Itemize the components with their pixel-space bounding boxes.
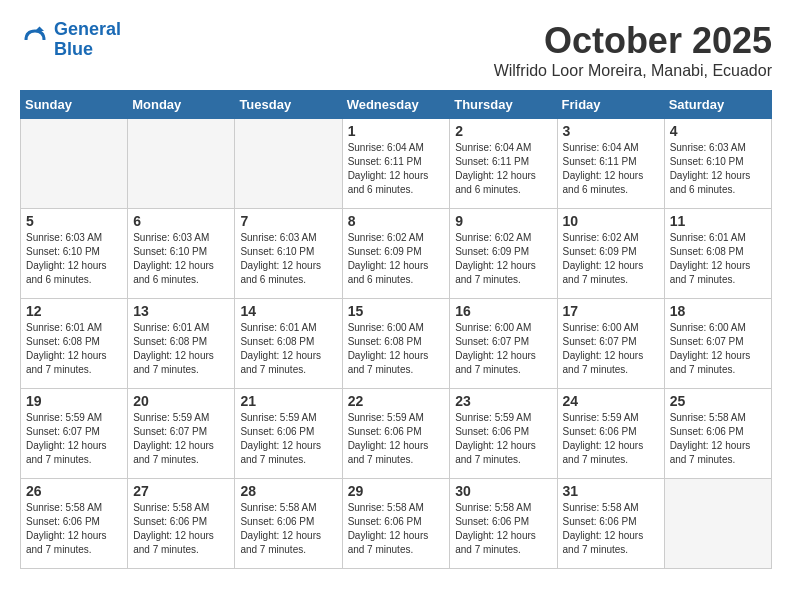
- weekday-header: Thursday: [450, 91, 557, 119]
- calendar-cell: 21Sunrise: 5:59 AM Sunset: 6:06 PM Dayli…: [235, 389, 342, 479]
- day-number: 30: [455, 483, 551, 499]
- calendar-table: SundayMondayTuesdayWednesdayThursdayFrid…: [20, 90, 772, 569]
- day-number: 19: [26, 393, 122, 409]
- day-number: 15: [348, 303, 445, 319]
- day-info: Sunrise: 6:00 AM Sunset: 6:07 PM Dayligh…: [670, 321, 766, 377]
- day-number: 17: [563, 303, 659, 319]
- calendar-cell: 11Sunrise: 6:01 AM Sunset: 6:08 PM Dayli…: [664, 209, 771, 299]
- calendar-week-row: 19Sunrise: 5:59 AM Sunset: 6:07 PM Dayli…: [21, 389, 772, 479]
- calendar-cell: 22Sunrise: 5:59 AM Sunset: 6:06 PM Dayli…: [342, 389, 450, 479]
- day-info: Sunrise: 5:59 AM Sunset: 6:06 PM Dayligh…: [240, 411, 336, 467]
- day-info: Sunrise: 5:58 AM Sunset: 6:06 PM Dayligh…: [563, 501, 659, 557]
- day-info: Sunrise: 6:03 AM Sunset: 6:10 PM Dayligh…: [240, 231, 336, 287]
- logo: General Blue: [20, 20, 121, 60]
- calendar-cell: 6Sunrise: 6:03 AM Sunset: 6:10 PM Daylig…: [128, 209, 235, 299]
- title-block: October 2025 Wilfrido Loor Moreira, Mana…: [494, 20, 772, 80]
- day-number: 21: [240, 393, 336, 409]
- calendar-cell: 13Sunrise: 6:01 AM Sunset: 6:08 PM Dayli…: [128, 299, 235, 389]
- logo-icon: [20, 25, 50, 55]
- day-info: Sunrise: 6:04 AM Sunset: 6:11 PM Dayligh…: [563, 141, 659, 197]
- calendar-cell: 30Sunrise: 5:58 AM Sunset: 6:06 PM Dayli…: [450, 479, 557, 569]
- calendar-cell: 16Sunrise: 6:00 AM Sunset: 6:07 PM Dayli…: [450, 299, 557, 389]
- day-info: Sunrise: 6:01 AM Sunset: 6:08 PM Dayligh…: [670, 231, 766, 287]
- day-number: 26: [26, 483, 122, 499]
- weekday-header: Friday: [557, 91, 664, 119]
- day-info: Sunrise: 6:02 AM Sunset: 6:09 PM Dayligh…: [563, 231, 659, 287]
- day-info: Sunrise: 6:04 AM Sunset: 6:11 PM Dayligh…: [455, 141, 551, 197]
- calendar-cell: 8Sunrise: 6:02 AM Sunset: 6:09 PM Daylig…: [342, 209, 450, 299]
- calendar-cell: 1Sunrise: 6:04 AM Sunset: 6:11 PM Daylig…: [342, 119, 450, 209]
- day-number: 24: [563, 393, 659, 409]
- day-number: 11: [670, 213, 766, 229]
- calendar-week-row: 12Sunrise: 6:01 AM Sunset: 6:08 PM Dayli…: [21, 299, 772, 389]
- day-number: 18: [670, 303, 766, 319]
- day-info: Sunrise: 6:03 AM Sunset: 6:10 PM Dayligh…: [670, 141, 766, 197]
- day-info: Sunrise: 6:01 AM Sunset: 6:08 PM Dayligh…: [133, 321, 229, 377]
- calendar-cell: [664, 479, 771, 569]
- month-title: October 2025: [494, 20, 772, 62]
- day-info: Sunrise: 6:03 AM Sunset: 6:10 PM Dayligh…: [26, 231, 122, 287]
- calendar-week-row: 5Sunrise: 6:03 AM Sunset: 6:10 PM Daylig…: [21, 209, 772, 299]
- day-number: 9: [455, 213, 551, 229]
- day-info: Sunrise: 5:59 AM Sunset: 6:06 PM Dayligh…: [455, 411, 551, 467]
- day-number: 14: [240, 303, 336, 319]
- calendar-cell: [235, 119, 342, 209]
- day-info: Sunrise: 5:58 AM Sunset: 6:06 PM Dayligh…: [240, 501, 336, 557]
- calendar-cell: [128, 119, 235, 209]
- calendar-cell: 26Sunrise: 5:58 AM Sunset: 6:06 PM Dayli…: [21, 479, 128, 569]
- subtitle: Wilfrido Loor Moreira, Manabi, Ecuador: [494, 62, 772, 80]
- day-number: 4: [670, 123, 766, 139]
- day-info: Sunrise: 5:58 AM Sunset: 6:06 PM Dayligh…: [455, 501, 551, 557]
- calendar-cell: 4Sunrise: 6:03 AM Sunset: 6:10 PM Daylig…: [664, 119, 771, 209]
- day-info: Sunrise: 6:02 AM Sunset: 6:09 PM Dayligh…: [348, 231, 445, 287]
- day-number: 1: [348, 123, 445, 139]
- day-info: Sunrise: 5:58 AM Sunset: 6:06 PM Dayligh…: [26, 501, 122, 557]
- calendar-cell: 31Sunrise: 5:58 AM Sunset: 6:06 PM Dayli…: [557, 479, 664, 569]
- day-info: Sunrise: 5:58 AM Sunset: 6:06 PM Dayligh…: [133, 501, 229, 557]
- day-number: 31: [563, 483, 659, 499]
- day-number: 27: [133, 483, 229, 499]
- logo-line2: Blue: [54, 39, 93, 59]
- day-info: Sunrise: 5:59 AM Sunset: 6:06 PM Dayligh…: [563, 411, 659, 467]
- calendar-cell: 19Sunrise: 5:59 AM Sunset: 6:07 PM Dayli…: [21, 389, 128, 479]
- day-info: Sunrise: 6:02 AM Sunset: 6:09 PM Dayligh…: [455, 231, 551, 287]
- calendar-cell: 5Sunrise: 6:03 AM Sunset: 6:10 PM Daylig…: [21, 209, 128, 299]
- calendar-cell: 9Sunrise: 6:02 AM Sunset: 6:09 PM Daylig…: [450, 209, 557, 299]
- day-number: 8: [348, 213, 445, 229]
- calendar-cell: 23Sunrise: 5:59 AM Sunset: 6:06 PM Dayli…: [450, 389, 557, 479]
- day-info: Sunrise: 6:00 AM Sunset: 6:07 PM Dayligh…: [455, 321, 551, 377]
- calendar-cell: 29Sunrise: 5:58 AM Sunset: 6:06 PM Dayli…: [342, 479, 450, 569]
- day-number: 2: [455, 123, 551, 139]
- calendar-cell: 25Sunrise: 5:58 AM Sunset: 6:06 PM Dayli…: [664, 389, 771, 479]
- day-info: Sunrise: 6:03 AM Sunset: 6:10 PM Dayligh…: [133, 231, 229, 287]
- weekday-header: Wednesday: [342, 91, 450, 119]
- calendar-cell: 3Sunrise: 6:04 AM Sunset: 6:11 PM Daylig…: [557, 119, 664, 209]
- calendar-cell: 10Sunrise: 6:02 AM Sunset: 6:09 PM Dayli…: [557, 209, 664, 299]
- day-number: 7: [240, 213, 336, 229]
- logo-text: General Blue: [54, 20, 121, 60]
- weekday-header-row: SundayMondayTuesdayWednesdayThursdayFrid…: [21, 91, 772, 119]
- day-number: 29: [348, 483, 445, 499]
- calendar-week-row: 1Sunrise: 6:04 AM Sunset: 6:11 PM Daylig…: [21, 119, 772, 209]
- day-number: 23: [455, 393, 551, 409]
- calendar-cell: 24Sunrise: 5:59 AM Sunset: 6:06 PM Dayli…: [557, 389, 664, 479]
- day-info: Sunrise: 5:59 AM Sunset: 6:06 PM Dayligh…: [348, 411, 445, 467]
- day-info: Sunrise: 6:01 AM Sunset: 6:08 PM Dayligh…: [240, 321, 336, 377]
- day-info: Sunrise: 6:04 AM Sunset: 6:11 PM Dayligh…: [348, 141, 445, 197]
- page-header: General Blue October 2025 Wilfrido Loor …: [20, 20, 772, 80]
- logo-line1: General: [54, 19, 121, 39]
- day-number: 3: [563, 123, 659, 139]
- day-number: 16: [455, 303, 551, 319]
- day-number: 5: [26, 213, 122, 229]
- calendar-cell: 27Sunrise: 5:58 AM Sunset: 6:06 PM Dayli…: [128, 479, 235, 569]
- calendar-cell: 20Sunrise: 5:59 AM Sunset: 6:07 PM Dayli…: [128, 389, 235, 479]
- day-number: 13: [133, 303, 229, 319]
- day-info: Sunrise: 6:00 AM Sunset: 6:07 PM Dayligh…: [563, 321, 659, 377]
- calendar-cell: 28Sunrise: 5:58 AM Sunset: 6:06 PM Dayli…: [235, 479, 342, 569]
- day-number: 25: [670, 393, 766, 409]
- calendar-cell: 17Sunrise: 6:00 AM Sunset: 6:07 PM Dayli…: [557, 299, 664, 389]
- day-info: Sunrise: 6:01 AM Sunset: 6:08 PM Dayligh…: [26, 321, 122, 377]
- weekday-header: Tuesday: [235, 91, 342, 119]
- calendar-week-row: 26Sunrise: 5:58 AM Sunset: 6:06 PM Dayli…: [21, 479, 772, 569]
- calendar-cell: 12Sunrise: 6:01 AM Sunset: 6:08 PM Dayli…: [21, 299, 128, 389]
